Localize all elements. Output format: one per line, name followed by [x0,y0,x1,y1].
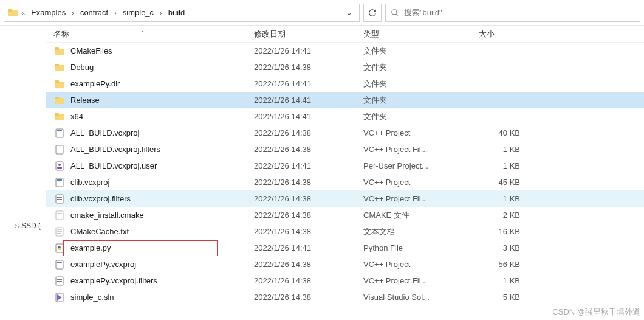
svg-rect-7 [55,64,59,66]
svg-rect-17 [57,148,62,148]
folder-icon [53,80,66,88]
file-name: Debug [70,63,254,72]
table-row[interactable]: CMakeCache.txt2022/1/26 14:38文本文档16 KB [46,223,644,240]
header-date[interactable]: 修改日期 [254,29,363,40]
crumb-contract[interactable]: contract [78,7,111,18]
svg-rect-32 [57,229,62,230]
folder-icon [53,47,66,55]
file-date: 2022/1/26 14:38 [254,194,363,203]
table-row[interactable]: examplePy.vcxproj2022/1/26 14:38VC++ Pro… [46,256,644,273]
svg-line-3 [396,13,398,15]
file-type: CMAKE 文件 [363,210,479,221]
table-row[interactable]: ALL_BUILD.vcxproj.filters2022/1/26 14:38… [46,141,644,158]
crumb-examples[interactable]: Examples [29,7,68,18]
file-date: 2022/1/26 14:38 [254,63,363,72]
svg-rect-1 [8,9,12,12]
file-name: example.py [70,243,254,252]
column-headers[interactable]: 名称˄ 修改日期 类型 大小 [46,26,644,43]
svg-rect-11 [55,97,59,99]
file-type: VC++ Project [363,260,479,269]
breadcrumb-dropdown-icon[interactable]: ⌄ [342,8,355,17]
file-size: 1 KB [479,161,533,170]
file-type: 文件夹 [363,62,479,73]
svg-rect-26 [57,199,62,200]
file-type: 文件夹 [363,46,479,57]
flt-icon [53,194,66,204]
file-type: VC++ Project [363,128,479,137]
table-row[interactable]: examplePy.vcxproj.filters2022/1/26 14:38… [46,273,644,289]
table-row[interactable]: Debug2022/1/26 14:38文件夹 [46,59,644,75]
table-row[interactable]: cmake_install.cmake2022/1/26 14:38CMAKE … [46,207,644,223]
table-row[interactable]: simple_c.sln2022/1/26 14:38Visual Studio… [46,289,644,305]
file-date: 2022/1/26 14:38 [254,260,363,269]
svg-rect-15 [57,130,62,131]
file-name: examplePy.vcxproj [70,260,254,269]
svg-rect-37 [57,262,62,263]
file-type: Python File [363,243,479,252]
svg-rect-40 [57,281,62,282]
table-row[interactable]: Release2022/1/26 14:41文件夹 [46,92,644,108]
svg-point-2 [392,9,397,14]
svg-rect-34 [57,233,61,234]
file-name: clib.vcxproj [70,178,254,187]
sidebar-fragment: s-SSD ( [2,221,43,230]
file-size: 1 KB [479,194,533,203]
sort-asc-icon: ˄ [141,30,144,37]
table-row[interactable]: examplePy.dir2022/1/26 14:41文件夹 [46,75,644,92]
header-size[interactable]: 大小 [479,29,533,40]
folder-icon [53,113,66,121]
svg-rect-30 [57,217,61,217]
file-date: 2022/1/26 14:41 [254,79,363,88]
svg-rect-25 [57,197,62,198]
table-row[interactable]: ALL_BUILD.vcxproj2022/1/26 14:38VC++ Pro… [46,125,644,141]
file-size: 5 KB [479,293,533,302]
file-date: 2022/1/26 14:41 [254,243,363,252]
search-input[interactable] [404,8,635,17]
breadcrumb[interactable]: « Examples › contract › simple_c › build… [4,4,360,22]
table-row[interactable]: clib.vcxproj2022/1/26 14:38VC++ Project4… [46,174,644,190]
file-name: clib.vcxproj.filters [70,194,254,203]
table-row[interactable]: CMakeFiles2022/1/26 14:41文件夹 [46,43,644,59]
file-name: cmake_install.cmake [70,210,254,220]
crumb-build[interactable]: build [166,7,187,18]
file-date: 2022/1/26 14:38 [254,227,363,236]
table-row[interactable]: ALL_BUILD.vcxproj.user2022/1/26 14:41Per… [46,158,644,174]
file-type: VC++ Project Fil... [363,145,479,154]
py-icon [53,243,66,253]
file-type: Per-User Project... [363,161,479,170]
search-box[interactable] [385,4,640,22]
file-size: 16 KB [479,227,533,236]
chevron-right-icon: › [159,9,163,16]
header-type[interactable]: 类型 [363,29,479,40]
svg-rect-5 [55,47,59,50]
file-type: 文件夹 [363,78,479,89]
file-name: ALL_BUILD.vcxproj.user [70,161,254,170]
sln-icon [53,293,66,302]
svg-rect-39 [57,279,62,280]
file-name: ALL_BUILD.vcxproj [70,128,254,137]
table-row[interactable]: example.py2022/1/26 14:41Python File3 KB [46,240,644,256]
file-date: 2022/1/26 14:41 [254,96,363,105]
overflow-chevron-icon[interactable]: « [20,9,26,16]
crumb-simple-c[interactable]: simple_c [120,7,156,18]
file-date: 2022/1/26 14:38 [254,128,363,137]
file-type: VC++ Project Fil... [363,276,479,285]
toolbar: « Examples › contract › simple_c › build… [0,0,644,26]
flt-icon [53,145,66,155]
file-name: examplePy.vcxproj.filters [70,276,254,285]
table-row[interactable]: clib.vcxproj.filters2022/1/26 14:38VC++ … [46,190,644,207]
file-size: 45 KB [479,178,533,187]
flt-icon [53,276,66,286]
file-date: 2022/1/26 14:41 [254,112,363,121]
file-size: 3 KB [479,243,533,252]
usr-icon [53,161,66,171]
table-row[interactable]: x642022/1/26 14:41文件夹 [46,108,644,125]
folder-icon [53,63,66,72]
file-date: 2022/1/26 14:38 [254,178,363,187]
chevron-right-icon: › [70,9,75,16]
refresh-button[interactable] [363,4,382,22]
file-icon [53,210,66,220]
header-name[interactable]: 名称˄ [53,29,254,40]
nav-sidebar[interactable]: s-SSD ( [0,26,46,320]
svg-rect-13 [55,113,59,116]
